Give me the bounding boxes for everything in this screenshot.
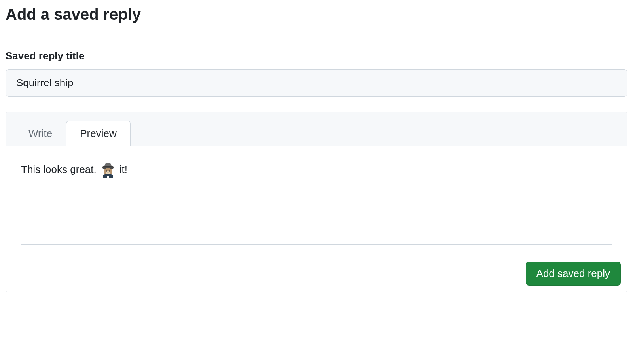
add-saved-reply-button[interactable]: Add saved reply — [526, 262, 621, 286]
shipit-squirrel-icon — [100, 161, 116, 178]
tab-preview[interactable]: Preview — [66, 121, 130, 146]
title-field: Saved reply title — [6, 50, 627, 112]
tab-write[interactable]: Write — [15, 121, 66, 146]
tab-header: Write Preview — [6, 112, 627, 146]
svg-rect-1 — [104, 166, 112, 167]
divider — [21, 244, 612, 245]
form-actions: Add saved reply — [6, 262, 627, 292]
title-input[interactable] — [6, 69, 627, 97]
preview-text-after: it! — [119, 162, 127, 177]
svg-point-5 — [109, 170, 110, 172]
comment-box: Write Preview This looks great. — [6, 112, 627, 292]
preview-body: This looks great. — [6, 146, 627, 262]
svg-point-4 — [106, 170, 107, 172]
preview-content: This looks great. — [21, 161, 612, 244]
title-label: Saved reply title — [6, 50, 627, 62]
page-title: Add a saved reply — [6, 6, 627, 32]
svg-point-6 — [107, 172, 108, 173]
preview-text-before: This looks great. — [21, 162, 97, 177]
